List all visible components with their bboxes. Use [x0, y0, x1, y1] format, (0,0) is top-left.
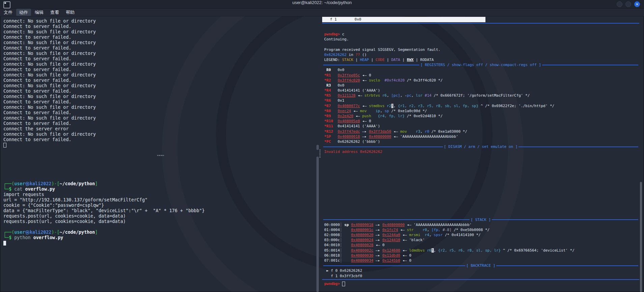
left-scrollbar-thumb[interactable]	[316, 145, 319, 150]
text-segment: r4	[425, 233, 429, 237]
text-segment: $	[9, 187, 11, 192]
text-segment	[380, 78, 385, 83]
text-segment: —▸	[373, 233, 383, 237]
text-segment: ◂—	[360, 78, 369, 83]
text-segment: LEGEND:	[324, 58, 342, 62]
text-segment: Connect to server failed.	[3, 110, 72, 115]
text-segment: svclo	[369, 78, 380, 83]
terminal-line: Connect to server failed.	[3, 89, 316, 94]
text-segment: 0x40800028	[351, 243, 373, 247]
text-segment: Connect to server failed.	[3, 137, 72, 142]
gdb-line: Program received signal SIGSEGV, Segment…	[322, 47, 639, 52]
text-segment: 0xec24	[338, 109, 351, 113]
text-segment: pwndbg>	[324, 282, 342, 286]
section-separator: [ BACKTRACE ]	[322, 263, 639, 268]
text-segment: python	[14, 235, 30, 240]
text-segment: *R7	[324, 104, 338, 108]
text-segment: connect: No such file or directory	[3, 40, 96, 45]
text-segment: Connect to server failed.	[3, 89, 72, 94]
text-segment: ,	[411, 93, 416, 98]
text-segment: {r1, r2, r3, r5, r8, sb, sl, fp, sp}	[398, 104, 478, 108]
text-segment: )-[	[51, 181, 59, 186]
text-segment: ,	[380, 109, 385, 113]
text-segment: 0x40800018	[351, 223, 373, 227]
text-segment	[342, 238, 351, 242]
text-segment: *R8	[324, 109, 338, 113]
terminal-line: Connect to server failed.	[3, 121, 316, 126]
left-bottom-terminal[interactable]: ┌──(user㉿kali2022)-[~/code/python]└─$ ca…	[0, 165, 316, 292]
menu-item-file[interactable]: 文件	[1, 9, 16, 16]
gdb-line: 06:0018│ 0x40800030 —▸ 0x11dbd0 ◂— 0	[322, 253, 639, 258]
text-segment: 0x121128	[338, 93, 356, 98]
text-segment: ◂— 0	[360, 119, 371, 123]
text-segment: 0x3ff4c020	[338, 78, 360, 83]
text-segment: /* 0xe92d4810 */	[404, 114, 443, 118]
text-segment: ◂—	[351, 109, 360, 113]
text-segment: connect: No such file or directory	[3, 72, 96, 77]
backtrace-selection-bar[interactable]: f 1 0x0	[322, 17, 485, 22]
menu-item-actions[interactable]: 动作	[16, 9, 31, 16]
left-scrollbar-thumb[interactable]	[316, 157, 319, 292]
text-segment: sp	[342, 223, 351, 227]
text-segment: 0x4080002c	[351, 248, 373, 253]
gdb-terminal[interactable]: f 1 0x0pwndbg> cContinuing.Program recei…	[322, 16, 639, 292]
section-separator-label: [ STACK ]	[471, 218, 491, 222]
text-segment: |	[369, 58, 375, 62]
text-segment: connect: No such file or directory	[3, 105, 96, 110]
gdb-line: *R9 0x2e420 ◂— push {r4, fp, lr} /* 0xe9…	[322, 113, 639, 119]
text-segment: $	[9, 235, 11, 240]
terminal-line: ┌──(user㉿kali2022)-[~/code/python]	[3, 230, 316, 235]
text-segment: /* 0xe1a0c00d */	[389, 109, 427, 113]
window-title: user@kali2022: ~/code/python	[0, 0, 644, 8]
gdb-line: 07:001c│ 0x40800034 —▸ 0x1245b0 ◂— 0	[322, 258, 639, 263]
minimize-button[interactable]	[617, 1, 622, 7]
menu-item-edit[interactable]: 编辑	[32, 9, 47, 16]
text-segment: r2	[387, 104, 391, 108]
terminal-line	[3, 240, 316, 246]
terminal-line: └─$ cat overflow.py	[3, 187, 316, 192]
text-segment	[31, 235, 33, 240]
text-segment: Connect to server failed.	[3, 35, 72, 40]
left-top-terminal[interactable]: connect: No such file or directoryConnec…	[0, 16, 316, 166]
titlebar[interactable]: user@kali2022: ~/code/python ✕	[0, 0, 644, 9]
terminal-line: connect: No such file or directory	[3, 72, 316, 78]
text-segment: |	[385, 58, 391, 62]
text-segment	[342, 258, 351, 263]
text-segment: —▸	[373, 248, 383, 253]
text-segment: 0x1	[338, 98, 344, 103]
menu-item-help[interactable]: 帮助	[63, 9, 78, 16]
text-segment: 0x0	[338, 68, 344, 72]
text-segment: )-[	[51, 230, 59, 235]
text-segment: 0x40800000	[382, 223, 404, 227]
text-segment: 0x40800024	[351, 238, 373, 242]
text-segment: —▸	[360, 129, 369, 134]
text-segment: r0	[422, 228, 427, 232]
text-segment: requests.post(url, cookies=cookie, data=…	[3, 219, 126, 224]
text-segment: CODE	[375, 58, 385, 62]
text-segment: 0x62626262 ('bbbb')	[338, 139, 380, 144]
text-segment: HEAP	[360, 58, 369, 62]
horizontal-splitter-handle[interactable]	[157, 155, 164, 156]
terminal-line: Connect to server failed.	[3, 110, 316, 116]
text-segment: Connect to server failed.	[3, 78, 72, 83]
text-segment: ┌──(	[3, 230, 14, 235]
text-segment: /* 0xe1a03000 */	[429, 129, 467, 134]
vertical-splitter-handle[interactable]	[319, 150, 320, 158]
gdb-line: Continuing.	[322, 37, 639, 42]
text-segment: /* 0x3ff4c020 */	[404, 78, 443, 83]
text-segment	[342, 243, 351, 247]
text-segment: 0x1244a0	[382, 233, 400, 237]
close-button[interactable]: ✕	[634, 1, 640, 7]
maximize-button[interactable]	[625, 1, 631, 7]
gdb-line: f 1 0x3ff3cbf0	[322, 273, 639, 279]
text-segment: Continuing.	[324, 37, 349, 41]
text-segment: 0x2e420	[338, 114, 353, 118]
menu-item-view[interactable]: 查看	[47, 9, 62, 16]
right-scrollbar-thumb[interactable]	[640, 182, 642, 292]
terminal-window: user@kali2022: ~/code/python ✕ 文件动作编辑查看帮…	[0, 0, 644, 292]
text-segment: connect: No such file or directory	[3, 19, 96, 24]
text-segment: RWX	[407, 58, 414, 62]
text-segment: r0	[425, 129, 429, 134]
text-segment: 0x40800030	[351, 253, 373, 258]
terminal-line: └─$ python overflow.py	[3, 235, 316, 240]
